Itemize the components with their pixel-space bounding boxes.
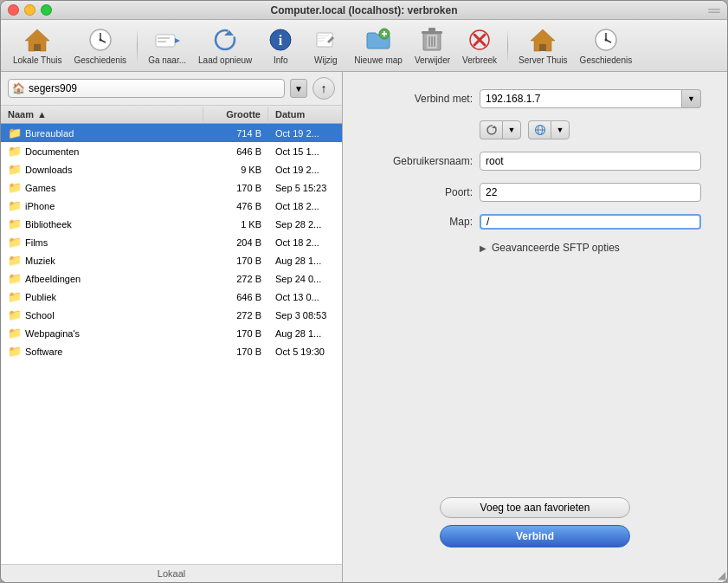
toolbar-btn-wijzig[interactable]: Wijzig <box>304 23 347 68</box>
file-size-films: 204 B <box>203 236 268 249</box>
edit-icon <box>312 26 339 54</box>
file-row-films[interactable]: 📁 Films 204 B Oct 18 2... <box>1 233 342 251</box>
toolbar-btn-laad-opnieuw[interactable]: Laad opnieuw <box>193 23 257 68</box>
svg-rect-0 <box>708 9 720 10</box>
file-size-publiek: 646 B <box>203 290 268 304</box>
file-row-documenten[interactable]: 📁 Documenten 646 B Oct 15 1... <box>1 142 342 160</box>
verbind-met-input[interactable] <box>480 89 682 108</box>
resize-icon <box>708 4 720 16</box>
left-panel: 🏠 segers909 ▼ ↑ Naam ▲ Grootte Datum <box>1 72 343 582</box>
file-date-afbeeldingen: Sep 24 0... <box>268 272 342 286</box>
map-row: Map: <box>369 214 701 230</box>
folder-icon: 📁 <box>8 236 22 249</box>
resize-grip[interactable]: ◢ <box>718 570 725 580</box>
toolbar: Lokale Thuis Geschiedenis <box>1 20 727 72</box>
file-size-software: 170 B <box>203 345 268 359</box>
file-name-iphone: 📁 iPhone <box>1 198 203 214</box>
file-size-afbeeldingen: 272 B <box>203 272 268 286</box>
svg-rect-11 <box>158 37 170 39</box>
sftp-dropdown-btn[interactable]: ▼ <box>502 120 521 139</box>
clock-icon <box>87 26 114 54</box>
poort-input[interactable] <box>480 183 701 202</box>
home-icon <box>23 26 51 54</box>
folder-icon: 📁 <box>8 327 22 340</box>
file-name-muziek: 📁 Muziek <box>1 252 203 269</box>
file-date-films: Oct 18 2... <box>268 236 342 249</box>
separator-1 <box>137 29 138 63</box>
go-icon <box>153 26 181 54</box>
file-row-bureaublad[interactable]: 📁 Bureaublad 714 B Oct 19 2... <box>1 124 342 142</box>
col-naam-header[interactable]: Naam ▲ <box>1 107 203 121</box>
toolbar-btn-lokale-thuis[interactable]: Lokale Thuis <box>8 23 68 68</box>
file-list: Naam ▲ Grootte Datum 📁 Bureaublad 714 B … <box>1 106 342 564</box>
minimize-button[interactable] <box>24 4 35 16</box>
file-row-publiek[interactable]: 📁 Publiek 646 B Oct 13 0... <box>1 288 342 306</box>
server-home-icon <box>529 26 557 54</box>
globe-btn[interactable] <box>528 120 551 139</box>
toolbar-label-ga-naar: Ga naar... <box>148 55 186 65</box>
file-row-muziek[interactable]: 📁 Muziek 170 B Aug 28 1... <box>1 251 342 269</box>
toolbar-btn-geschiedenis1[interactable]: Geschiedenis <box>69 23 132 68</box>
main-window: Computer.local (localhost): verbroken Lo… <box>0 0 728 583</box>
col-grootte-header[interactable]: Grootte <box>203 107 268 121</box>
globe-dropdown-btn[interactable]: ▼ <box>551 120 570 139</box>
folder-icon: 📁 <box>8 145 22 158</box>
toolbar-btn-server-thuis[interactable]: Server Thuis <box>513 23 573 68</box>
file-name-documenten: 📁 Documenten <box>1 143 203 159</box>
file-list-header: Naam ▲ Grootte Datum <box>1 106 342 124</box>
file-size-games: 170 B <box>203 181 268 195</box>
svg-point-40 <box>604 39 607 42</box>
advanced-row[interactable]: ▶ Geavanceerde SFTP opties <box>480 242 701 254</box>
file-name-school: 📁 School <box>1 307 203 323</box>
file-row-bibliotheek[interactable]: 📁 Bibliotheek 1 KB Sep 28 2... <box>1 215 342 233</box>
folder-icon: 📁 <box>8 345 22 358</box>
verbind-met-dropdown[interactable]: ▼ <box>682 89 701 108</box>
file-date-muziek: Aug 28 1... <box>268 254 342 268</box>
toolbar-btn-verbreek[interactable]: Verbreek <box>457 23 502 68</box>
titlebar: Computer.local (localhost): verbroken <box>1 1 727 20</box>
up-button[interactable]: ↑ <box>312 77 335 100</box>
gebruikersnaam-row: Gebruikersnaam: <box>369 152 701 171</box>
toolbar-btn-nieuwe-map[interactable]: Nieuwe map <box>349 23 408 68</box>
delete-icon <box>418 26 446 54</box>
sftp-icons: ▼ <box>480 120 521 139</box>
favorieten-button[interactable]: Voeg toe aan favorieten <box>440 497 630 518</box>
path-selector[interactable]: 🏠 segers909 <box>8 79 285 98</box>
folder-icon: 📁 <box>8 199 22 212</box>
toolbar-btn-verwijder[interactable]: Verwijder <box>409 23 455 68</box>
file-date-games: Sep 5 15:23 <box>268 181 342 195</box>
close-button[interactable] <box>8 4 19 16</box>
file-size-webpaginas: 170 B <box>203 327 268 340</box>
toolbar-btn-ga-naar[interactable]: Ga naar... <box>143 23 191 68</box>
file-row-iphone[interactable]: 📁 iPhone 476 B Oct 18 2... <box>1 197 342 215</box>
file-date-bibliotheek: Sep 28 2... <box>268 217 342 231</box>
file-name-bibliotheek: 📁 Bibliotheek <box>1 216 203 232</box>
main-content: 🏠 segers909 ▼ ↑ Naam ▲ Grootte Datum <box>1 72 727 582</box>
verbind-button[interactable]: Verbind <box>440 525 630 547</box>
path-dropdown-btn[interactable]: ▼ <box>290 79 307 98</box>
map-label: Map: <box>369 216 473 228</box>
toolbar-label-verwijder: Verwijder <box>415 55 450 65</box>
file-date-iphone: Oct 18 2... <box>268 199 342 213</box>
toolbar-btn-info[interactable]: i Info <box>259 23 302 68</box>
file-row-webpaginas[interactable]: 📁 Webpagina's 170 B Aug 28 1... <box>1 324 342 342</box>
folder-icon: 📁 <box>8 163 22 176</box>
toolbar-btn-geschiedenis2[interactable]: Geschiedenis <box>575 23 638 68</box>
sftp-refresh-btn[interactable] <box>480 120 502 139</box>
file-row-school[interactable]: 📁 School 272 B Sep 3 08:53 <box>1 306 342 324</box>
globe-icons: ▼ <box>528 120 570 139</box>
svg-rect-12 <box>158 41 166 42</box>
file-row-afbeeldingen[interactable]: 📁 Afbeeldingen 272 B Sep 24 0... <box>1 269 342 288</box>
maximize-button[interactable] <box>41 4 52 16</box>
file-row-software[interactable]: 📁 Software 170 B Oct 5 19:30 <box>1 342 342 360</box>
gebruikersnaam-input[interactable] <box>480 152 701 171</box>
file-row-games[interactable]: 📁 Games 170 B Sep 5 15:23 <box>1 178 342 197</box>
toolbar-label-geschiedenis1: Geschiedenis <box>74 55 127 65</box>
status-bar: Lokaal <box>1 564 342 582</box>
map-input[interactable] <box>486 216 694 228</box>
toolbar-label-lokale-thuis: Lokale Thuis <box>13 55 62 65</box>
file-row-downloads[interactable]: 📁 Downloads 9 KB Oct 19 2... <box>1 160 342 178</box>
file-name-downloads: 📁 Downloads <box>1 161 203 178</box>
col-datum-header[interactable]: Datum <box>268 107 342 121</box>
file-date-webpaginas: Aug 28 1... <box>268 327 342 340</box>
